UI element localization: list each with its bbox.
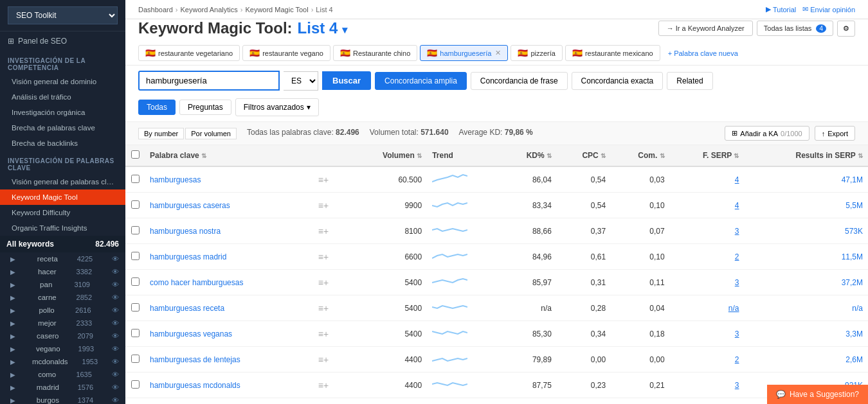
kw-name[interactable]: pollo — [39, 306, 54, 314]
kw-name[interactable]: madrid — [37, 383, 59, 391]
concordancia-frase-button[interactable]: Concordancia de frase — [471, 72, 568, 90]
eye-icon[interactable]: 👁 — [112, 268, 119, 276]
row-select[interactable] — [131, 226, 140, 234]
expand-icon[interactable]: ▶ — [10, 346, 18, 353]
eye-icon[interactable]: 👁 — [112, 294, 119, 301]
row-checkbox[interactable] — [125, 398, 145, 405]
keyword-cell[interactable]: hamburguesas madrid — [145, 244, 311, 270]
sidebar-item-brecha-backlinks[interactable]: Brecha de backlinks — [0, 136, 125, 151]
sidebar-item-vision-dominio[interactable]: Visión general de dominio — [0, 74, 125, 89]
sort-by-volume[interactable]: Por volumen — [185, 128, 237, 139]
breadcrumb-keyword-magic-tool[interactable]: Keyword Magic Tool — [245, 6, 308, 13]
row-checkbox[interactable] — [125, 270, 145, 295]
kw-name[interactable]: como — [38, 371, 56, 378]
breadcrumb-keyword-analytics[interactable]: Keyword Analytics — [181, 6, 238, 13]
analyzer-button[interactable]: → Ir a Keyword Analyzer — [658, 21, 753, 36]
kw-item-mejor[interactable]: ▶ mejor 2333 👁 — [0, 317, 125, 329]
tutorial-button[interactable]: ▶ Tutorial — [766, 5, 796, 13]
keyword-cell[interactable]: receta hamburguesa — [145, 398, 311, 405]
add-to-ka-button[interactable]: ⊞ Añadir a KA 0/1000 — [725, 126, 809, 141]
expand-icon[interactable]: ▶ — [10, 397, 18, 404]
eye-icon[interactable]: 👁 — [112, 306, 119, 314]
sidebar-item-panel[interactable]: ⊞ Panel de SEO — [0, 31, 125, 51]
row-select[interactable] — [131, 200, 140, 209]
fserp-link[interactable]: 4 — [735, 175, 739, 184]
sort-icon[interactable]: ⇅ — [734, 152, 739, 159]
expand-icon[interactable]: ▶ — [10, 371, 18, 378]
kw-item-pan[interactable]: ▶ pan 3109 👁 — [0, 278, 125, 291]
fserp-link[interactable]: n/a — [728, 304, 739, 313]
kw-name[interactable]: hacer — [38, 268, 57, 276]
results-cell[interactable]: 573K — [744, 218, 868, 244]
results-cell[interactable]: 11,5M — [744, 244, 868, 270]
suggestion-button[interactable]: 💬 Have a Suggestion? — [767, 385, 868, 404]
keyword-cell[interactable]: hamburguesas caseras — [145, 193, 311, 218]
fserp-link[interactable]: 3 — [735, 329, 739, 338]
sidebar-item-investigacion-organica[interactable]: Investigación orgánica — [0, 105, 125, 120]
kw-item-madrid[interactable]: ▶ madrid 1576 👁 — [0, 381, 125, 394]
advanced-filters-button[interactable]: Filtros avanzados ▾ — [235, 98, 319, 116]
results-cell[interactable]: 47,1M — [744, 166, 868, 193]
expand-icon[interactable]: ▶ — [10, 384, 18, 391]
add-list-icon[interactable]: ≡+ — [318, 380, 329, 391]
keyword-cell[interactable]: como hacer hamburguesas — [145, 270, 311, 295]
kw-name[interactable]: pan — [40, 281, 52, 288]
add-list-icon[interactable]: ≡+ — [318, 277, 329, 288]
add-list-icon[interactable]: ≡+ — [318, 226, 329, 236]
breadcrumb-dashboard[interactable]: Dashboard — [138, 6, 173, 13]
row-select[interactable] — [131, 329, 140, 337]
sort-icon[interactable]: ⇅ — [201, 152, 206, 159]
kw-item-mcdonalds[interactable]: ▶ mcdonalds 1953 👁 — [0, 355, 125, 368]
row-checkbox[interactable] — [125, 295, 145, 321]
eye-icon[interactable]: 👁 — [112, 281, 119, 288]
kw-item-carne[interactable]: ▶ carne 2852 👁 — [0, 291, 125, 304]
kw-item-vegano[interactable]: ▶ vegano 1993 👁 — [0, 342, 125, 355]
tab-hamburgueseria[interactable]: 🇪🇸 hamburguesería ✕ — [420, 45, 508, 61]
row-checkbox[interactable] — [125, 244, 145, 270]
export-button[interactable]: ↑ Export — [815, 126, 855, 141]
kw-name[interactable]: vegano — [36, 345, 60, 353]
results-cell[interactable]: 5,5M — [744, 193, 868, 218]
keyword-cell[interactable]: hamburguesas receta — [145, 295, 311, 321]
tab-restaurante-vegano[interactable]: 🇪🇸 restaurante vegano — [242, 45, 330, 61]
sort-icon[interactable]: ⇅ — [547, 152, 552, 159]
keyword-cell[interactable]: hamburguesas mcdonalds — [145, 373, 311, 398]
expand-icon[interactable]: ▶ — [10, 268, 18, 276]
row-select[interactable] — [131, 303, 140, 312]
related-button[interactable]: Related — [667, 72, 712, 90]
add-list-icon[interactable]: ≡+ — [318, 252, 329, 262]
all-keywords-item[interactable]: All keywords 82.496 — [0, 236, 125, 252]
row-checkbox[interactable] — [125, 321, 145, 347]
fserp-link[interactable]: 3 — [735, 381, 739, 390]
results-cell[interactable]: 3,3M — [744, 321, 868, 347]
expand-icon[interactable]: ▶ — [10, 320, 18, 327]
search-input[interactable] — [138, 71, 280, 91]
row-checkbox[interactable] — [125, 218, 145, 244]
sidebar-item-brecha-palabras[interactable]: Brecha de palabras clave — [0, 120, 125, 136]
fserp-link[interactable]: 3 — [735, 278, 739, 287]
kw-name[interactable]: burgos — [37, 396, 59, 404]
row-select[interactable] — [131, 380, 140, 389]
row-select[interactable] — [131, 355, 140, 363]
keyword-cell[interactable]: hamburguesas veganas — [145, 321, 311, 347]
select-all-checkbox[interactable] — [131, 150, 140, 159]
add-list-icon[interactable]: ≡+ — [318, 200, 329, 211]
fserp-link[interactable]: 2 — [735, 252, 739, 261]
opinion-button[interactable]: ✉ Enviar opinión — [802, 5, 855, 13]
fserp-link[interactable]: 4 — [735, 201, 739, 210]
results-cell[interactable]: n/a — [744, 295, 868, 321]
eye-icon[interactable]: 👁 — [112, 332, 119, 340]
kw-name[interactable]: casero — [37, 332, 59, 340]
settings-button[interactable]: ⚙ — [837, 21, 855, 37]
kw-name[interactable]: mcdonalds — [32, 358, 68, 365]
search-button[interactable]: Buscar — [322, 71, 371, 90]
keyword-cell[interactable]: hamburguesas de lentejas — [145, 347, 311, 373]
sort-icon[interactable]: ⇅ — [660, 152, 665, 159]
kw-item-casero[interactable]: ▶ casero 2079 👁 — [0, 329, 125, 342]
kw-name[interactable]: mejor — [38, 319, 57, 327]
kw-name[interactable]: carne — [38, 294, 57, 301]
kw-item-como[interactable]: ▶ como 1635 👁 — [0, 368, 125, 381]
row-select[interactable] — [131, 252, 140, 260]
concordancia-amplia-button[interactable]: Concordancia amplia — [375, 72, 467, 90]
expand-icon[interactable]: ▶ — [10, 358, 18, 365]
